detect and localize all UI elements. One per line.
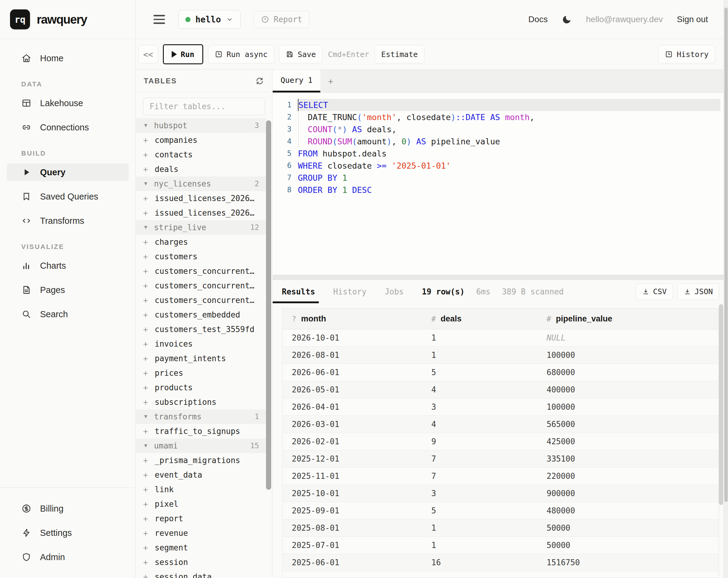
export-csv-button[interactable]: CSV	[636, 284, 673, 300]
tab-jobs[interactable]: Jobs	[375, 280, 413, 303]
table-row[interactable]: 2026-06-015680000	[283, 364, 719, 381]
sidebar-item-query[interactable]: Query	[7, 163, 129, 181]
table-row[interactable]: 2025-11-017220000	[283, 468, 719, 485]
sidebar-item-connections[interactable]: Connections	[7, 119, 129, 136]
table-item-customers-concurrent-[interactable]: +customers_concurrent…	[136, 279, 272, 293]
table-item-prices[interactable]: +prices	[136, 366, 272, 380]
table-item-customers-concurrent-[interactable]: +customers_concurrent…	[136, 264, 272, 279]
new-tab-button[interactable]: +	[320, 70, 341, 93]
tables-scrollbar[interactable]	[266, 121, 271, 490]
table-row[interactable]: 2025-09-015480000	[283, 502, 719, 520]
table-row[interactable]: 2026-08-011100000	[283, 347, 719, 364]
table-row[interactable]: 2025-06-01161516750	[283, 554, 719, 571]
table-group-hubspot[interactable]: ▼hubspot3	[136, 118, 266, 133]
code-line-3[interactable]: 3 COUNT(*) AS deals,	[273, 123, 724, 135]
sidebar-item-billing[interactable]: Billing	[7, 500, 128, 517]
table-item-customers-concurrent-[interactable]: +customers_concurrent…	[136, 293, 272, 308]
collapse-panel-button[interactable]: <<	[138, 45, 158, 63]
table-group-stripe-live[interactable]: ▼stripe_live12	[136, 220, 266, 235]
run-button[interactable]: Run	[163, 44, 203, 64]
table-group-umami[interactable]: ▼umami15	[136, 439, 266, 453]
results-scrollbar[interactable]	[719, 304, 723, 505]
table-item-event-data[interactable]: +event_data	[136, 468, 272, 482]
table-row[interactable]: 2025-10-013900000	[283, 485, 719, 502]
table-row[interactable]: 2026-04-013100000	[283, 398, 719, 416]
table-item-issued-licenses-2026-[interactable]: +issued_licenses_2026…	[136, 191, 272, 206]
sidebar-item-home[interactable]: Home	[7, 49, 129, 67]
table-row[interactable]: 2025-07-01150000	[283, 537, 719, 554]
sidebar-item-transforms[interactable]: Transforms	[7, 212, 129, 230]
code-line-5[interactable]: 5FROM hubspot.deals	[273, 148, 724, 159]
sidebar-item-admin[interactable]: Admin	[7, 548, 128, 566]
table-item--prisma-migrations[interactable]: +_prisma_migrations	[136, 453, 272, 468]
tab-history[interactable]: History	[324, 280, 376, 303]
code-line-6[interactable]: 6WHERE closedate >= '2025-01-01'	[273, 159, 724, 172]
table-item-segment[interactable]: +segment	[136, 541, 272, 555]
table-item-pixel[interactable]: +pixel	[136, 497, 272, 511]
estimate-button[interactable]: Estimate	[374, 45, 424, 63]
table-item-customers-test-3559fd[interactable]: +customers_test_3559fd	[136, 322, 272, 337]
sidebar-item-search[interactable]: Search	[7, 306, 129, 323]
sql-editor[interactable]: 1SELECT2 DATE_TRUNC('month', closedate):…	[273, 93, 724, 275]
logo-icon[interactable]: rq	[10, 9, 30, 29]
code-line-4[interactable]: 4 ROUND(SUM(amount), 0) AS pipeline_valu…	[273, 135, 724, 148]
table-item-invoices[interactable]: +invoices	[136, 337, 272, 351]
dark-mode-toggle-moon-icon[interactable]	[562, 14, 572, 25]
sidebar-item-charts[interactable]: Charts	[7, 257, 129, 274]
docs-link[interactable]: Docs	[528, 15, 548, 24]
table-item-charges[interactable]: +charges	[136, 235, 272, 249]
filter-tables-input[interactable]	[143, 98, 265, 115]
run-async-button[interactable]: Run async	[208, 45, 274, 63]
page-scroll-thumb[interactable]	[724, 7, 728, 502]
table-group-nyc-licenses[interactable]: ▼nyc_licenses2	[136, 177, 266, 191]
save-button[interactable]: Save	[279, 45, 322, 63]
code-line-8[interactable]: 8ORDER BY 1 DESC	[273, 184, 724, 196]
panel-resize-handle[interactable]	[273, 275, 724, 280]
table-row[interactable]: 2025-12-017335100	[283, 450, 719, 468]
export-json-button[interactable]: JSON	[677, 284, 719, 300]
report-button[interactable]: Report	[254, 11, 309, 28]
code-line-1[interactable]: 1SELECT	[273, 99, 724, 111]
table-row[interactable]: 2026-05-014400000	[283, 381, 719, 398]
column-header-month[interactable]: ?month	[283, 314, 431, 323]
table-item-session-data[interactable]: +session_data	[136, 570, 272, 578]
column-type-icon: ?	[292, 315, 296, 323]
table-row[interactable]: 2025-08-01150000	[283, 520, 719, 537]
table-item-session[interactable]: +session	[136, 555, 272, 570]
table-item-issued-licenses-2026-[interactable]: +issued_licenses_2026…	[136, 206, 272, 220]
sidebar-item-lakehouse[interactable]: Lakehouse	[7, 94, 129, 112]
page-scrollbar[interactable]	[724, 0, 728, 578]
table-row[interactable]: 2026-02-019425000	[283, 433, 719, 450]
table-row[interactable]: 2026-03-014565000	[283, 416, 719, 433]
table-item-report[interactable]: +report	[136, 511, 272, 526]
table-item-customers[interactable]: +customers	[136, 249, 272, 264]
history-button[interactable]: History	[658, 45, 715, 63]
code-line-2[interactable]: 2 DATE_TRUNC('month', closedate)::DATE A…	[273, 111, 724, 123]
sidebar-item-settings[interactable]: Settings	[7, 524, 128, 542]
table-item-companies[interactable]: +companies	[136, 133, 272, 148]
table-row[interactable]: 2026-10-011NULL	[283, 329, 719, 347]
column-header-pipeline-value[interactable]: #pipeline_value	[547, 314, 719, 323]
table-group-transforms[interactable]: ▼transforms1	[136, 410, 266, 424]
sidebar-item-pages[interactable]: Pages	[7, 281, 129, 299]
tab-results[interactable]: Results	[273, 280, 324, 303]
sidebar-item-label: Home	[40, 53, 63, 63]
table-item-traffic-to-signups[interactable]: +traffic_to_signups	[136, 424, 272, 439]
table-item-link[interactable]: +link	[136, 482, 272, 497]
table-item-customers-embedded[interactable]: +customers_embedded	[136, 308, 272, 322]
menu-icon[interactable]	[154, 15, 165, 24]
tab-query-1[interactable]: Query 1	[273, 70, 320, 93]
table-item-payment-intents[interactable]: +payment_intents	[136, 351, 272, 366]
signout-link[interactable]: Sign out	[677, 15, 708, 24]
table-item-contacts[interactable]: +contacts	[136, 148, 272, 162]
refresh-icon[interactable]	[255, 76, 264, 85]
table-item-deals[interactable]: +deals	[136, 162, 272, 177]
sidebar-item-saved-queries[interactable]: Saved Queries	[7, 188, 129, 205]
table-item-revenue[interactable]: +revenue	[136, 526, 272, 541]
download-icon	[684, 288, 691, 295]
table-item-subscriptions[interactable]: +subscriptions	[136, 395, 272, 410]
table-item-products[interactable]: +products	[136, 380, 272, 395]
workspace-selector[interactable]: hello	[178, 10, 240, 29]
code-line-7[interactable]: 7GROUP BY 1	[273, 172, 724, 184]
column-header-deals[interactable]: #deals	[431, 314, 547, 323]
